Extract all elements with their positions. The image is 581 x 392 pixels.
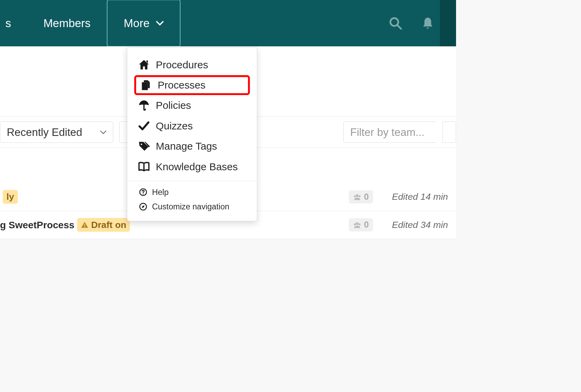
help-icon xyxy=(139,188,147,196)
menu-label: Procedures xyxy=(156,59,208,71)
nav-item-partial[interactable]: s xyxy=(5,0,27,46)
menu-label: Quizzes xyxy=(156,120,193,132)
menu-item-knowledge-bases[interactable]: Knowledge Bases xyxy=(127,157,257,177)
menu-label: Help xyxy=(152,187,169,197)
nav-item-more[interactable]: More xyxy=(107,0,181,47)
chevron-down-icon xyxy=(156,21,163,25)
edited-timestamp: Edited 34 min xyxy=(392,220,448,230)
top-navigation-bar: s Members More xyxy=(0,0,456,46)
menu-label: Manage Tags xyxy=(156,140,217,152)
search-icon[interactable] xyxy=(389,16,402,30)
row-meta: 0 Edited 14 min xyxy=(349,190,448,203)
team-filter-button[interactable] xyxy=(443,122,456,143)
menu-label: Customize navigation xyxy=(152,202,229,211)
svg-point-3 xyxy=(354,195,356,197)
svg-line-1 xyxy=(397,25,401,28)
copy-icon xyxy=(140,79,152,91)
svg-point-6 xyxy=(84,226,85,227)
umbrella-icon xyxy=(138,100,150,112)
svg-point-8 xyxy=(354,223,356,225)
svg-point-4 xyxy=(358,195,361,197)
members-count[interactable]: 0 xyxy=(349,190,373,203)
menu-item-manage-tags[interactable]: Manage Tags xyxy=(127,136,257,157)
sort-select[interactable]: Recently Edited xyxy=(0,122,113,143)
nav-item-members[interactable]: Members xyxy=(27,0,107,46)
check-icon xyxy=(138,120,150,132)
menu-item-policies[interactable]: Policies xyxy=(127,95,257,116)
chevron-down-icon xyxy=(100,130,106,135)
bell-icon[interactable] xyxy=(421,16,434,30)
people-icon xyxy=(353,194,362,200)
status-badge: Draft on xyxy=(77,218,130,232)
warning-icon xyxy=(81,221,89,229)
people-icon xyxy=(353,222,362,228)
status-badge: ly xyxy=(3,190,18,204)
accent-strip xyxy=(440,0,456,46)
more-dropdown-menu: Procedures Processes Policies Quizzes Ma… xyxy=(127,47,257,221)
svg-point-7 xyxy=(356,222,358,225)
row-meta: 0 Edited 34 min xyxy=(349,218,448,231)
menu-item-quizzes[interactable]: Quizzes xyxy=(127,116,257,136)
menu-item-processes[interactable]: Processes xyxy=(134,75,250,95)
menu-label: Policies xyxy=(156,100,191,111)
svg-point-10 xyxy=(141,143,142,145)
menu-label: Knowledge Bases xyxy=(156,161,238,173)
tags-icon xyxy=(138,140,150,152)
menu-item-procedures[interactable]: Procedures xyxy=(127,55,257,75)
svg-point-9 xyxy=(358,223,361,225)
nav-more-label: More xyxy=(124,17,149,30)
compass-icon xyxy=(139,203,147,211)
menu-item-customize-nav[interactable]: Customize navigation xyxy=(127,199,257,214)
menu-item-help[interactable]: Help xyxy=(127,185,257,199)
team-filter-placeholder: Filter by team... xyxy=(350,126,424,138)
team-filter-select[interactable]: Filter by team... xyxy=(343,122,437,143)
svg-rect-5 xyxy=(84,224,85,226)
home-icon xyxy=(138,59,150,71)
menu-divider xyxy=(127,181,257,181)
book-icon xyxy=(138,161,150,173)
members-count[interactable]: 0 xyxy=(349,218,373,231)
svg-point-13 xyxy=(143,194,144,195)
sort-select-label: Recently Edited xyxy=(7,126,82,138)
item-title: g SweetProcess xyxy=(0,219,75,231)
edited-timestamp: Edited 14 min xyxy=(392,192,448,202)
svg-point-2 xyxy=(356,194,358,197)
menu-label: Processes xyxy=(158,79,205,91)
